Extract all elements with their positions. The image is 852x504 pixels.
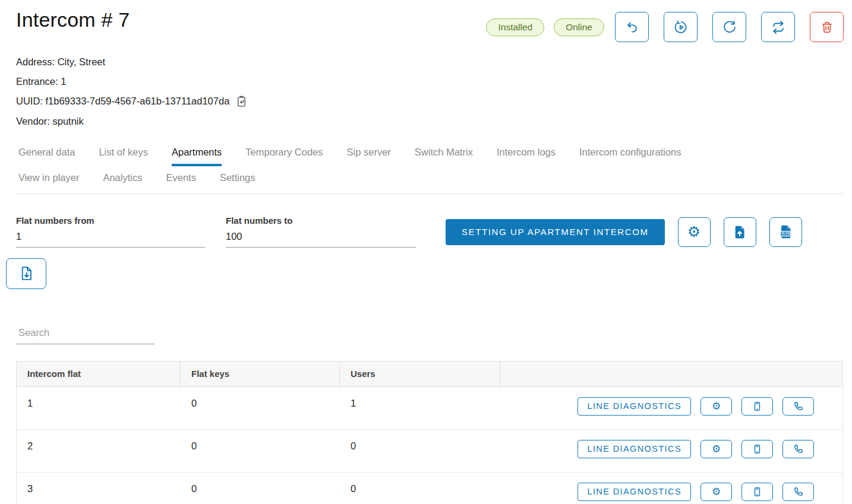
cell-users: 0 xyxy=(340,430,500,472)
entrance-text: Entrance: 1 xyxy=(16,76,66,87)
phone-icon xyxy=(793,400,804,412)
header-button-row xyxy=(615,12,844,42)
history-restore-icon xyxy=(673,20,689,35)
table-row: 2 0 0 LINE DIAGNOSTICS ⚙ xyxy=(17,430,842,473)
installed-status-badge: Installed xyxy=(486,18,544,36)
form-actions: SETTING UP APARTMENT INTERCOM ⚙ XLSX xyxy=(446,217,802,247)
phone-icon xyxy=(793,443,804,455)
flat-to-input[interactable] xyxy=(226,228,416,248)
mobile-app-button[interactable] xyxy=(741,397,773,416)
flat-settings-button[interactable]: ⚙ xyxy=(700,440,732,458)
cell-intercom-flat: 1 xyxy=(17,387,181,429)
column-header-actions xyxy=(500,362,842,386)
flat-settings-button[interactable]: ⚙ xyxy=(700,483,732,501)
page-header: Intercom # 7 Installed Online xyxy=(16,0,844,42)
undo-button[interactable] xyxy=(615,12,649,42)
apartment-settings-button[interactable]: ⚙ xyxy=(678,217,711,247)
flat-to-field: Flat numbers to xyxy=(226,215,416,248)
sync-button[interactable] xyxy=(761,12,795,42)
tab-intercom-logs[interactable]: Intercom logs xyxy=(497,139,556,166)
flat-settings-button[interactable]: ⚙ xyxy=(700,397,732,416)
phone-icon xyxy=(793,486,804,497)
call-button[interactable] xyxy=(782,440,814,458)
upload-file-button[interactable] xyxy=(724,217,756,247)
gear-icon: ⚙ xyxy=(712,401,721,411)
clipboard-copy-icon xyxy=(235,95,248,107)
export-xlsx-button[interactable]: XLSX xyxy=(769,217,802,247)
gear-icon: ⚙ xyxy=(712,444,721,454)
smartphone-icon xyxy=(752,443,763,455)
tab-switch-matrix[interactable]: Switch Matrix xyxy=(415,139,473,166)
table-header: Intercom flat Flat keys Users xyxy=(17,362,842,387)
tab-view-in-player[interactable]: View in player xyxy=(18,166,79,194)
uuid-text: UUID: f1b69333-7d59-4567-a61b-13711ad107… xyxy=(16,96,229,107)
entrance-line: Entrance: 1 xyxy=(16,76,844,87)
table-row: 3 0 0 LINE DIAGNOSTICS ⚙ xyxy=(17,473,842,504)
tab-temporary-codes[interactable]: Temporary Codes xyxy=(245,139,323,166)
download-row xyxy=(6,258,844,289)
cell-intercom-flat: 3 xyxy=(17,473,181,504)
uuid-line: UUID: f1b69333-7d59-4567-a61b-13711ad107… xyxy=(16,95,844,107)
device-info: Address: City, Street Entrance: 1 UUID: … xyxy=(16,56,844,127)
setup-apartment-intercom-button[interactable]: SETTING UP APARTMENT INTERCOM xyxy=(446,219,665,245)
cell-flat-keys: 0 xyxy=(181,430,340,472)
gear-icon: ⚙ xyxy=(712,487,721,497)
tab-settings[interactable]: Settings xyxy=(220,166,255,194)
refresh-icon xyxy=(722,20,737,35)
cell-flat-keys: 0 xyxy=(181,473,340,504)
trash-icon xyxy=(820,20,834,34)
column-header-flat-keys: Flat keys xyxy=(181,362,340,386)
smartphone-icon xyxy=(752,401,763,412)
line-diagnostics-button[interactable]: LINE DIAGNOSTICS xyxy=(578,440,691,458)
restore-history-button[interactable] xyxy=(664,12,698,42)
flat-range-form: Flat numbers from Flat numbers to SETTIN… xyxy=(16,215,844,248)
flat-from-label: Flat numbers from xyxy=(16,215,205,226)
online-status-badge: Online xyxy=(554,18,604,36)
cell-users: 0 xyxy=(340,473,500,504)
address-text: Address: City, Street xyxy=(16,56,105,68)
call-button[interactable] xyxy=(782,397,814,416)
delete-button[interactable] xyxy=(810,12,844,42)
table-row: 1 0 1 LINE DIAGNOSTICS ⚙ xyxy=(17,387,842,430)
file-download-icon xyxy=(18,265,34,281)
search-input[interactable] xyxy=(16,325,154,344)
cell-intercom-flat: 2 xyxy=(17,430,181,472)
vendor-line: Vendor: sputnik xyxy=(16,116,844,127)
file-upload-icon xyxy=(732,224,747,240)
gear-icon: ⚙ xyxy=(687,224,700,239)
tab-sip-server[interactable]: Sip server xyxy=(347,139,391,166)
page-title: Intercom # 7 xyxy=(16,8,130,31)
tab-general-data[interactable]: General data xyxy=(18,139,75,166)
address-line: Address: City, Street xyxy=(16,56,844,68)
svg-text:XLSX: XLSX xyxy=(781,232,789,235)
tab-bar: General data List of keys Apartments Tem… xyxy=(16,139,844,194)
tab-list-of-keys[interactable]: List of keys xyxy=(99,139,148,166)
cell-users: 1 xyxy=(340,387,500,429)
apartments-table: Intercom flat Flat keys Users 1 0 1 LINE… xyxy=(16,361,843,504)
cell-flat-keys: 0 xyxy=(181,387,340,429)
download-file-button[interactable] xyxy=(6,258,46,289)
call-button[interactable] xyxy=(782,483,814,501)
search-row xyxy=(16,325,844,344)
tab-apartments[interactable]: Apartments xyxy=(172,139,222,166)
copy-uuid-button[interactable] xyxy=(235,95,248,107)
row-actions: LINE DIAGNOSTICS ⚙ xyxy=(500,387,842,429)
row-actions: LINE DIAGNOSTICS ⚙ xyxy=(500,473,842,504)
sync-icon xyxy=(771,20,786,35)
refresh-button[interactable] xyxy=(712,12,746,42)
flat-from-input[interactable] xyxy=(16,228,205,248)
line-diagnostics-button[interactable]: LINE DIAGNOSTICS xyxy=(578,397,691,416)
tab-analytics[interactable]: Analytics xyxy=(103,166,142,194)
intercom-detail-page: Intercom # 7 Installed Online xyxy=(0,0,852,504)
tab-intercom-configurations[interactable]: Intercom configurations xyxy=(579,139,681,166)
smartphone-icon xyxy=(752,486,763,497)
tab-row-1: General data List of keys Apartments Tem… xyxy=(18,139,844,166)
tab-events[interactable]: Events xyxy=(166,166,195,194)
tab-row-2: View in player Analytics Events Settings xyxy=(18,166,844,194)
mobile-app-button[interactable] xyxy=(741,440,773,458)
vendor-text: Vendor: sputnik xyxy=(16,116,84,127)
column-header-users: Users xyxy=(340,362,500,386)
line-diagnostics-button[interactable]: LINE DIAGNOSTICS xyxy=(578,483,691,501)
mobile-app-button[interactable] xyxy=(741,483,773,501)
column-header-intercom-flat: Intercom flat xyxy=(17,362,181,386)
